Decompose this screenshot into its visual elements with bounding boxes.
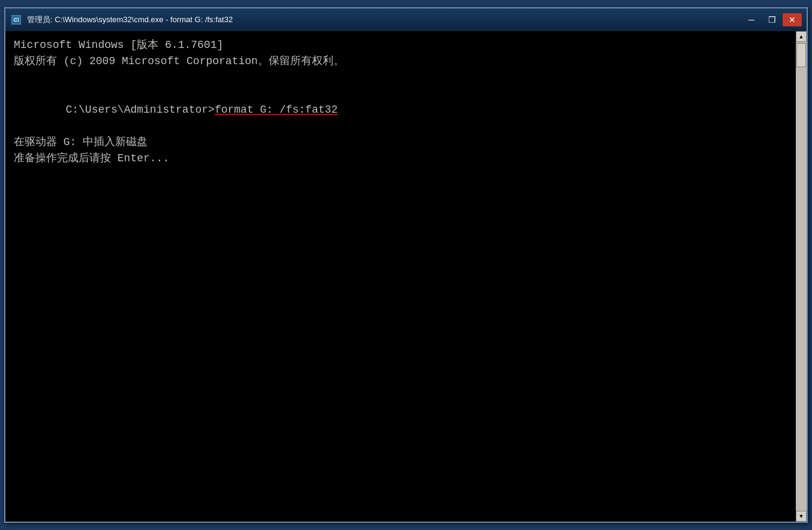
cmd-icon: C\: [11, 15, 21, 25]
window-title: 管理员: C:\Windows\system32\cmd.exe - forma…: [27, 14, 742, 25]
close-button[interactable]: ✕: [783, 13, 802, 26]
scroll-thumb[interactable]: [796, 43, 806, 67]
scroll-down-arrow[interactable]: ▼: [796, 511, 807, 522]
terminal-prompt: C:\Users\Administrator>: [65, 104, 214, 116]
restore-button[interactable]: ❐: [762, 13, 781, 26]
terminal-line-2: 版权所有 (c) 2009 Microsoft Corporation。保留所有…: [14, 53, 787, 70]
scrollbar[interactable]: ▲ ▼: [796, 31, 807, 522]
scroll-track[interactable]: [796, 42, 807, 511]
window-controls: ─ ❐ ✕: [742, 13, 802, 26]
minimize-button[interactable]: ─: [742, 13, 761, 26]
terminal-line-1: Microsoft Windows [版本 6.1.7601]: [14, 37, 787, 53]
terminal-command: format G: /fs:fat32: [215, 104, 338, 116]
title-bar: C\ 管理员: C:\Windows\system32\cmd.exe - fo…: [5, 8, 807, 31]
terminal-line-5: 在驱动器 G: 中插入新磁盘: [14, 134, 787, 150]
scroll-up-arrow[interactable]: ▲: [796, 31, 807, 42]
cmd-window: C\ 管理员: C:\Windows\system32\cmd.exe - fo…: [4, 7, 808, 523]
window-body: Microsoft Windows [版本 6.1.7601] 版权所有 (c)…: [5, 31, 807, 522]
terminal-line-4: C:\Users\Administrator>format G: /fs:fat…: [14, 86, 787, 134]
terminal-area[interactable]: Microsoft Windows [版本 6.1.7601] 版权所有 (c)…: [5, 31, 796, 522]
terminal-blank-line: [14, 70, 787, 86]
terminal-line-6: 准备操作完成后请按 Enter...: [14, 150, 787, 167]
window-icon: C\: [10, 14, 22, 26]
